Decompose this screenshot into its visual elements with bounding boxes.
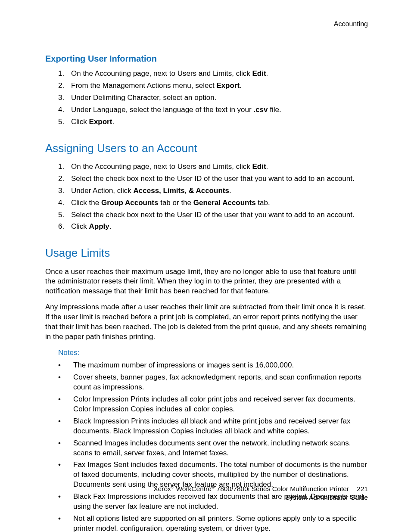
- list-item: Cover sheets, banner pages, fax acknowle…: [73, 373, 368, 392]
- list-item: On the Accounting page, next to Users an…: [58, 69, 368, 79]
- notes-label: Notes:: [58, 348, 368, 358]
- list-item: Click Apply.: [58, 222, 368, 232]
- list-item: Under Delimiting Character, select an op…: [58, 93, 368, 103]
- list-item: The maximum number of impressions or ima…: [73, 361, 368, 370]
- list-item: On the Accounting page, next to Users an…: [58, 162, 368, 172]
- list-item: Color Impression Prints includes all col…: [73, 395, 368, 414]
- list-item: Scanned Images includes documents sent o…: [73, 439, 368, 458]
- page-footer: Xerox® WorkCentre® 7800/7800i Series Col…: [153, 484, 368, 502]
- list-item: Select the check box next to the User ID…: [58, 210, 368, 220]
- list-item: Not all options listed are supported on …: [73, 514, 368, 532]
- heading-assigning-users: Assigning Users to an Account: [45, 141, 368, 156]
- list-item: From the Management Actions menu, select…: [58, 81, 368, 91]
- header-section: Accounting: [334, 19, 368, 29]
- list-item: Select the check box next to the User ID…: [58, 174, 368, 184]
- list-item: Black Impression Prints includes all bla…: [73, 417, 368, 436]
- heading-usage-limits: Usage Limits: [45, 246, 368, 261]
- exporting-steps: On the Accounting page, next to Users an…: [45, 69, 368, 127]
- list-item: Click the Group Accounts tab or the Gene…: [58, 198, 368, 208]
- assigning-steps: On the Accounting page, next to Users an…: [45, 162, 368, 232]
- heading-exporting-user-info: Exporting User Information: [45, 53, 368, 65]
- list-item: Click Export.: [58, 117, 368, 127]
- usage-limits-para-1: Once a user reaches their maximum usage …: [45, 267, 368, 297]
- page-content: Exporting User Information On the Accoun…: [45, 53, 368, 532]
- list-item: Under Language, select the language of t…: [58, 105, 368, 115]
- footer-subtitle: System Administrator Guide: [153, 493, 368, 502]
- notes-list: The maximum number of impressions or ima…: [45, 361, 368, 532]
- usage-limits-para-2: Any impressions made after a user reache…: [45, 302, 368, 342]
- footer-brand: Xerox: [153, 485, 171, 492]
- list-item: Under Action, click Access, Limits, & Ac…: [58, 186, 368, 196]
- page-number: 221: [357, 485, 368, 492]
